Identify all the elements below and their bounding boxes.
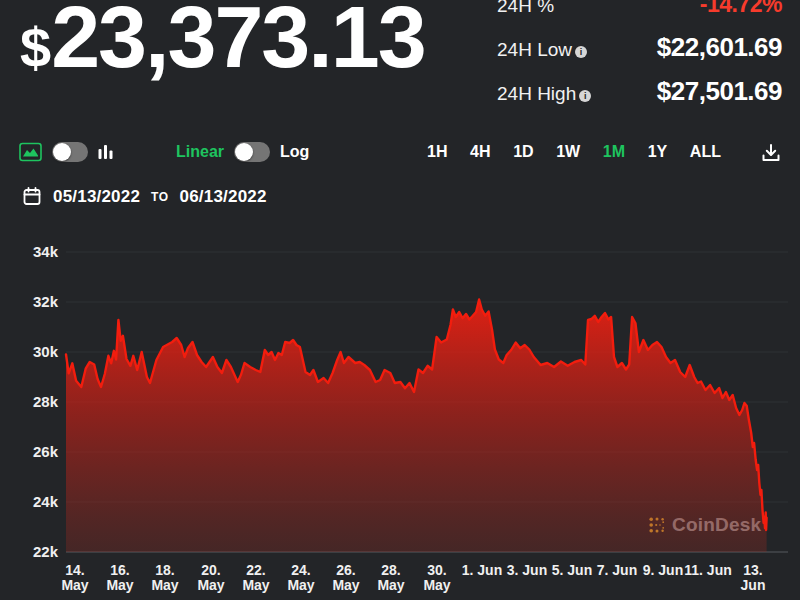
toggle-knob (235, 143, 253, 161)
price-amount: 23,373.13 (51, 0, 425, 86)
linear-log-toggle[interactable] (234, 142, 270, 162)
range-button-4h[interactable]: 4H (467, 141, 493, 163)
y-tick-label: 32k (10, 293, 58, 310)
range-button-all[interactable]: ALL (687, 141, 724, 163)
bar-chart-icon[interactable] (97, 142, 114, 162)
range-button-1d[interactable]: 1D (510, 141, 536, 163)
y-tick-label: 26k (10, 443, 58, 460)
y-tick-label: 22k (10, 543, 58, 560)
range-button-1y[interactable]: 1Y (645, 141, 671, 163)
chart-type-controls (19, 142, 114, 162)
stat-value-24h-percent: -14.72% (700, 0, 782, 18)
stat-value-24h-high: $27,501.69 (657, 76, 782, 107)
chart-plot-area[interactable] (66, 240, 788, 556)
calendar-icon[interactable] (22, 186, 42, 207)
date-range-separator: TO (151, 190, 168, 204)
toggle-knob (53, 143, 71, 161)
area-chart-icon[interactable] (19, 142, 43, 162)
info-icon[interactable] (575, 46, 587, 58)
range-button-1m[interactable]: 1M (600, 141, 628, 163)
y-tick-label: 24k (10, 493, 58, 510)
y-tick-label: 30k (10, 343, 58, 360)
linear-scale-label[interactable]: Linear (176, 143, 224, 161)
x-tick-label: 13. Jun (723, 563, 783, 593)
y-tick-label: 34k (10, 243, 58, 260)
y-tick-label: 28k (10, 393, 58, 410)
download-icon[interactable] (758, 140, 784, 169)
info-icon[interactable] (579, 90, 591, 102)
stat-label-24h-low: 24H Low (497, 39, 572, 60)
log-scale-label[interactable]: Log (280, 143, 309, 161)
stat-value-24h-low: $22,601.69 (657, 32, 782, 63)
range-button-1w[interactable]: 1W (553, 141, 583, 163)
start-date-field[interactable]: 05/13/2022 (53, 187, 140, 207)
range-button-1h[interactable]: 1H (424, 141, 450, 163)
stat-label-24h-high: 24H High (497, 83, 576, 104)
end-date-field[interactable]: 06/13/2022 (180, 187, 267, 207)
stat-row-24h-percent: 24H % -14.72% (497, 0, 782, 18)
chart-toolbar: Linear Log 1H4H1D1W1M1YALL (0, 140, 800, 172)
chart-style-toggle[interactable] (52, 142, 88, 162)
current-price: $23,373.13 (20, 0, 425, 81)
time-range-buttons: 1H4H1D1W1M1YALL (424, 141, 724, 163)
stat-label-24h-percent: 24H % (497, 0, 554, 17)
date-range-picker: 05/13/2022 TO 06/13/2022 (22, 186, 267, 207)
stat-row-24h-low: 24H Low $22,601.69 (497, 32, 782, 63)
stat-row-24h-high: 24H High $27,501.69 (497, 76, 782, 107)
currency-symbol: $ (20, 16, 51, 79)
scale-controls: Linear Log (176, 142, 309, 162)
